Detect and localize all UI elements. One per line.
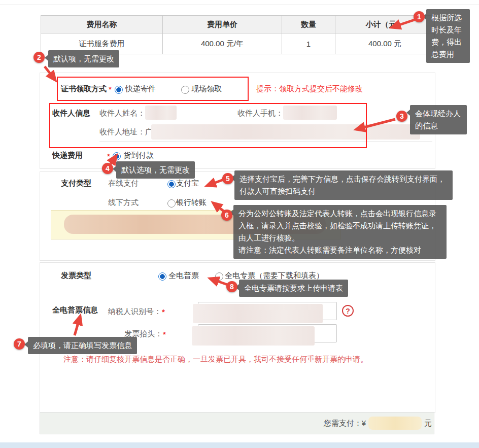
callout-4-badge: 4 [102, 163, 113, 174]
required-mark: * [163, 330, 166, 338]
redacted-pay-amount [368, 417, 422, 430]
invoice-info-label: 全电普票信息 [52, 305, 98, 315]
callout-6-badge: 6 [221, 210, 232, 221]
bottom-strip [0, 442, 479, 448]
annotation-box-delivery [57, 77, 249, 101]
alipay-option-label: 支付宝 [176, 179, 199, 188]
online-payment-label: 在线支付 [108, 179, 139, 188]
fee-subtotal-cell: 400.00 元 [335, 33, 435, 54]
callout-5-badge: 5 [222, 173, 233, 184]
callout-7-tooltip: 必填项，请正确填写发票信息 [28, 337, 137, 354]
fee-price-header: 费用单价 [163, 16, 282, 33]
annotation-box-recipient [49, 103, 367, 148]
payment-summary-bar: 您需支付：¥ 元 [40, 412, 434, 434]
fee-table-header-row: 费用名称 费用单价 数量 小计（元） [41, 16, 435, 33]
callout-1-tooltip: 根据所选时长及年费，得出总费用 [426, 9, 470, 63]
express-fee-label: 快递费用 [52, 151, 83, 160]
fee-qty-header: 数量 [282, 16, 335, 33]
payment-type-label: 支付类型 [61, 179, 91, 188]
offline-payment-label: 线下方式 [108, 198, 139, 208]
taxpayer-id-label: 纳税人识别号： [108, 307, 161, 317]
invoice-type-label: 发票类型 [61, 271, 91, 281]
delivery-hint-text: 提示：领取方式提交后不能修改 [256, 84, 363, 94]
top-divider [0, 5, 479, 5]
cod-radio[interactable] [113, 152, 121, 160]
alipay-radio[interactable] [167, 180, 176, 188]
cod-option-label: 货到付款 [123, 151, 154, 160]
invoice-warning-note: 注意：请仔细复核开票信息是否正确，一旦发票已开具，我司不接受任何重新开票的申请。 [63, 355, 368, 364]
callout-2-tooltip: 默认项，无需更改 [48, 50, 119, 67]
callout-8-tooltip: 全电专票请按要求上传申请表 [239, 280, 348, 297]
callout-6-tooltip: 分为公对公转账及法定代表人转账，点击会出现银行信息录入框，请录入并点击校验，如检… [233, 205, 447, 259]
required-mark: * [162, 307, 165, 316]
redacted-invoice-title [192, 326, 315, 346]
callout-8-badge: 8 [226, 281, 237, 292]
callout-3-badge: 3 [396, 111, 407, 122]
fee-name-header: 费用名称 [41, 16, 163, 33]
callout-3-tooltip: 会体现经办人的信息 [410, 105, 467, 134]
required-mark: * [107, 152, 110, 160]
redacted-taxpayer-id [193, 304, 323, 323]
pay-amount-label: 您需支付：¥ [324, 419, 366, 428]
callout-5-tooltip: 选择支付宝后，完善下方信息，点击保存会跳转到支付界面，付款人可直接扫码支付 [234, 170, 453, 200]
fee-price-cell: 400.00 元/年 [163, 33, 282, 54]
special-invoice-radio[interactable] [215, 272, 223, 281]
callout-2-badge: 2 [33, 52, 45, 63]
bank-transfer-option-label: 银行转账 [176, 198, 207, 208]
general-invoice-radio[interactable] [158, 272, 166, 281]
fee-qty-cell: 1 [282, 33, 335, 54]
fee-table: 费用名称 费用单价 数量 小计（元） 证书服务费用 400.00 元/年 1 4… [41, 15, 435, 54]
payment-form-page: 费用名称 费用单价 数量 小计（元） 证书服务费用 400.00 元/年 1 4… [0, 0, 479, 448]
callout-4-tooltip: 默认选项，无需更改 [116, 161, 195, 179]
general-invoice-option-label: 全电普票 [168, 271, 199, 281]
pay-unit-label: 元 [424, 419, 432, 428]
callout-1-badge: 1 [414, 11, 425, 22]
help-icon[interactable]: ? [342, 305, 354, 317]
callout-7-badge: 7 [14, 338, 25, 350]
bank-transfer-radio[interactable] [167, 199, 176, 208]
